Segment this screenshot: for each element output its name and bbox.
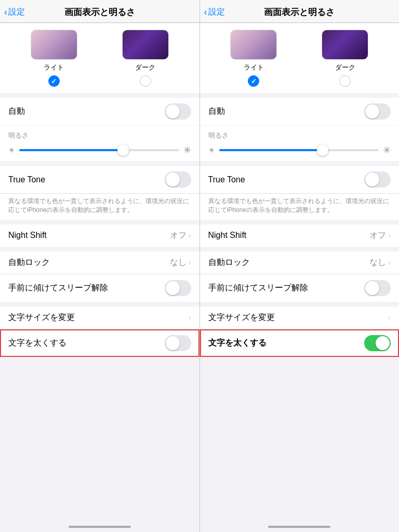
- light-thumbnail-left: [31, 30, 77, 60]
- back-button-left[interactable]: ‹ 設定: [4, 7, 25, 18]
- auto-label-right: 自動: [208, 106, 225, 117]
- night-shift-chevron-left: ›: [189, 231, 191, 240]
- spacer-1-left: [0, 93, 200, 97]
- dark-option-left[interactable]: ダーク: [122, 30, 169, 87]
- bold-text-label-right: 文字を太くする: [208, 338, 267, 349]
- back-button-right[interactable]: ‹ 設定: [204, 7, 225, 18]
- auto-lock-chevron-right: ›: [388, 258, 391, 267]
- home-indicator-right: [268, 526, 330, 528]
- auto-lock-label-right: 自動ロック: [208, 257, 250, 268]
- home-indicator-left: [69, 526, 131, 528]
- true-tone-desc-left: 異なる環境でも色が一貫して表示されるように、環境光の状況に応じてiPhoneの表…: [0, 194, 200, 220]
- night-shift-row-left[interactable]: Night Shift オフ ›: [0, 224, 200, 247]
- text-size-label-right: 文字サイズを変更: [208, 312, 275, 323]
- text-size-label-left: 文字サイズを変更: [8, 312, 75, 323]
- back-label-left: 設定: [8, 7, 25, 18]
- light-option-right[interactable]: ライト: [230, 30, 277, 87]
- brightness-fill-right: [219, 149, 323, 151]
- sun-large-icon-right: ✳: [383, 144, 391, 156]
- true-tone-label-right: True Tone: [208, 175, 245, 184]
- text-section-left: 文字サイズを変更 › 文字を太くする: [0, 307, 200, 357]
- light-radio-left[interactable]: [48, 75, 60, 87]
- true-tone-desc-right: 異なる環境でも色が一貫して表示されるように、環境光の状況に応じてiPhoneの表…: [200, 194, 400, 220]
- true-tone-section-left: True Tone 異なる環境でも色が一貫して表示されるように、環境光の状況に応…: [0, 166, 200, 220]
- brightness-section-left: 明るさ ☀ ✳: [0, 126, 200, 161]
- spacer-2-right: [200, 161, 400, 165]
- left-panel: ‹ 設定 画面表示と明るさ ライト ダーク 自動 明るさ ☀: [0, 0, 200, 532]
- raise-to-wake-label-left: 手前に傾けてスリープ解除: [8, 283, 108, 294]
- auto-row-right: 自動: [200, 98, 400, 125]
- bold-text-row-left: 文字を太くする: [0, 329, 200, 357]
- brightness-thumb-right[interactable]: [317, 144, 328, 156]
- bottom-bar-left: [0, 357, 200, 532]
- brightness-track-right[interactable]: [219, 149, 379, 151]
- right-panel: ‹ 設定 画面表示と明るさ ライト ダーク 自動 明るさ ☀: [200, 0, 400, 532]
- true-tone-toggle-right[interactable]: [364, 171, 391, 188]
- auto-toggle-right[interactable]: [364, 103, 391, 119]
- true-tone-label-left: True Tone: [8, 175, 45, 184]
- auto-lock-label-left: 自動ロック: [8, 257, 50, 268]
- text-size-chevron-left: ›: [189, 313, 191, 322]
- text-section-right: 文字サイズを変更 › 文字を太くする: [200, 307, 400, 357]
- brightness-fill-left: [19, 149, 123, 151]
- true-tone-toggle-left[interactable]: [165, 171, 191, 188]
- spacer-2-left: [0, 161, 200, 165]
- dark-option-right[interactable]: ダーク: [322, 30, 368, 87]
- sun-small-icon-left: ☀: [8, 146, 15, 154]
- spacer-4-right: [200, 247, 400, 251]
- bold-text-label-left: 文字を太くする: [8, 338, 66, 349]
- sun-large-icon-left: ✳: [183, 144, 191, 156]
- dark-thumbnail-right: [322, 30, 368, 60]
- brightness-slider-row-left: ☀ ✳: [8, 144, 191, 156]
- auto-row-left: 自動: [0, 98, 200, 125]
- raise-to-wake-toggle-left[interactable]: [165, 280, 191, 296]
- dark-label-right: ダーク: [335, 63, 355, 72]
- night-shift-value-right: オフ ›: [369, 230, 391, 241]
- auto-section-left: 自動: [0, 98, 200, 125]
- sun-small-icon-right: ☀: [208, 146, 215, 154]
- light-label-left: ライト: [44, 63, 64, 72]
- dark-thumbnail-left: [122, 30, 169, 60]
- dark-radio-right[interactable]: [339, 75, 351, 87]
- night-shift-section-right: Night Shift オフ ›: [200, 224, 400, 247]
- bold-text-toggle-right[interactable]: [364, 335, 391, 351]
- appearance-section-left: ライト ダーク: [0, 23, 200, 93]
- light-radio-right[interactable]: [248, 75, 259, 87]
- nav-bar-right: ‹ 設定 画面表示と明るさ: [200, 0, 400, 23]
- auto-lock-value-left: なし ›: [170, 257, 191, 268]
- bottom-bar-right: [200, 357, 400, 532]
- text-size-row-left[interactable]: 文字サイズを変更 ›: [0, 307, 200, 329]
- light-option-left[interactable]: ライト: [31, 30, 77, 87]
- bold-text-row-right: 文字を太くする: [200, 329, 400, 357]
- bold-text-toggle-left[interactable]: [165, 335, 191, 351]
- text-size-chevron-right: ›: [388, 313, 391, 322]
- auto-lock-value-right: なし ›: [369, 257, 391, 268]
- auto-toggle-left[interactable]: [165, 103, 191, 119]
- dark-radio-left[interactable]: [140, 75, 151, 87]
- nav-bar-left: ‹ 設定 画面表示と明るさ: [0, 0, 200, 23]
- night-shift-section-left: Night Shift オフ ›: [0, 224, 200, 247]
- brightness-section-right: 明るさ ☀ ✳: [200, 126, 400, 161]
- brightness-label-right: 明るさ: [208, 131, 391, 140]
- lock-section-left: 自動ロック なし › 手前に傾けてスリープ解除: [0, 251, 200, 302]
- appearance-section-right: ライト ダーク: [200, 23, 400, 93]
- night-shift-value-left: オフ ›: [170, 230, 191, 241]
- light-label-right: ライト: [244, 63, 264, 72]
- spacer-3-right: [200, 220, 400, 224]
- auto-lock-row-left[interactable]: 自動ロック なし ›: [0, 251, 200, 274]
- night-shift-chevron-right: ›: [388, 231, 391, 240]
- brightness-thumb-left[interactable]: [117, 144, 129, 156]
- raise-to-wake-row-left: 手前に傾けてスリープ解除: [0, 274, 200, 302]
- spacer-3-left: [0, 220, 200, 224]
- brightness-slider-row-right: ☀ ✳: [208, 144, 391, 156]
- auto-lock-row-right[interactable]: 自動ロック なし ›: [200, 251, 400, 274]
- dark-label-left: ダーク: [135, 63, 155, 72]
- brightness-track-left[interactable]: [19, 149, 179, 151]
- true-tone-section-right: True Tone 異なる環境でも色が一貫して表示されるように、環境光の状況に応…: [200, 166, 400, 220]
- brightness-label-left: 明るさ: [8, 131, 191, 140]
- auto-section-right: 自動: [200, 98, 400, 125]
- spacer-1-right: [200, 93, 400, 97]
- raise-to-wake-toggle-right[interactable]: [364, 280, 391, 296]
- text-size-row-right[interactable]: 文字サイズを変更 ›: [200, 307, 400, 329]
- night-shift-row-right[interactable]: Night Shift オフ ›: [200, 224, 400, 247]
